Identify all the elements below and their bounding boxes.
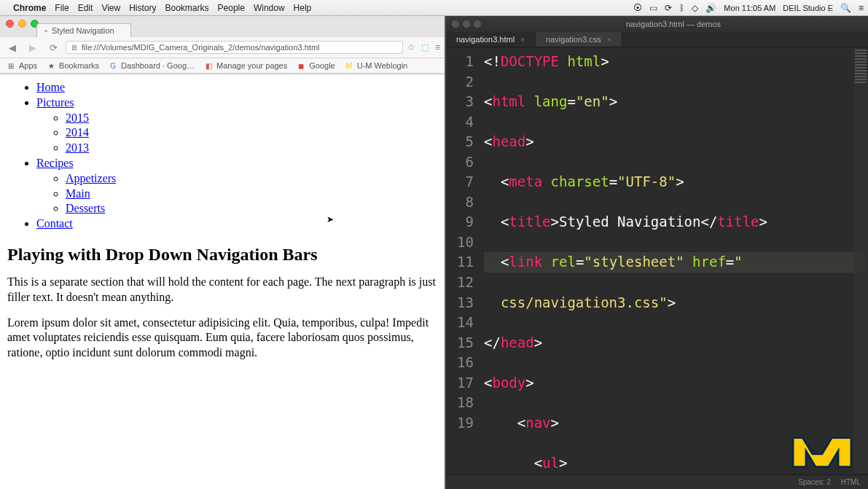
menu-history[interactable]: History [129,3,156,13]
browser-tab[interactable]: ▫ Styled Navigation [36,23,131,37]
editor-statusbar: Spaces: 2 HTML [446,474,868,489]
apps-button[interactable]: ⊞Apps [6,60,37,71]
menu-extra-icon[interactable]: ≡ [859,3,864,13]
tab-favicon: ▫ [44,26,47,35]
extension-icon[interactable]: ⬚ [421,42,429,52]
nav-link-recipes[interactable]: Recipes [36,157,74,169]
back-button[interactable]: ◀ [4,40,20,55]
code-line[interactable]: <link rel="stylesheet" href=" [484,252,865,273]
menu-edit[interactable]: Edit [78,3,93,13]
bookmark-item[interactable]: ★Bookmarks [46,60,99,71]
page-paragraph: Lorem ipsum dolor sit amet, consectetur … [7,316,437,361]
nav-link-contact[interactable]: Contact [36,217,73,230]
nav-sublink[interactable]: 2015 [66,112,89,124]
code-line[interactable]: <title>Styled Navigation</title> [484,212,865,232]
browser-window: ▫ Styled Navigation ◀ ▶ ⟳ 🗎 file:///Volu… [0,16,446,489]
editor-window-title: navigation3.html — demos [485,20,862,28]
bookmark-item[interactable]: GDashboard · Goog… [108,60,195,71]
cursor-icon: ➤ [327,214,334,225]
editor-zoom-button[interactable] [474,20,481,28]
page-heading: Playing with Drop Down Navigation Bars [7,245,437,265]
code-content[interactable]: <!DOCTYPE html> <html lang="en"> <head> … [481,47,868,474]
address-bar[interactable]: 🗎 file:///Volumes/MDIG_Camera_Originals_… [66,41,403,54]
page-icon: 🗎 [71,43,79,52]
reload-button[interactable]: ⟳ [45,40,61,55]
code-line[interactable]: <body> [484,373,865,394]
page-paragraph: This is a separate section that will hol… [7,275,437,305]
close-icon[interactable]: × [607,36,611,44]
star-icon[interactable]: ☆ [407,42,415,52]
line-gutter: 12345678910111213141516171819 [446,47,481,474]
nav-sublink[interactable]: Desserts [66,202,105,214]
editor-tab[interactable]: navigation3.html × [446,32,536,47]
hamburger-icon[interactable]: ≡ [435,42,440,52]
minimap[interactable] [853,48,868,473]
nav-link-home[interactable]: Home [36,81,65,93]
nav-sublink[interactable]: 2014 [66,126,89,138]
location-icon[interactable]: ⦿ [633,3,642,13]
menu-app-name[interactable]: Chrome [13,3,46,13]
code-line[interactable]: <!DOCTYPE html> [484,52,865,72]
bookmark-item[interactable]: ◧Manage your pages [203,60,287,71]
menu-people[interactable]: People [218,3,245,13]
code-line[interactable]: <meta charset="UTF-8"> [484,172,865,192]
status-spaces[interactable]: Spaces: 2 [798,478,830,486]
close-window-button[interactable] [6,20,14,28]
wifi-icon[interactable]: ◇ [692,3,698,13]
url-text: file:///Volumes/MDIG_Camera_Originals_2/… [82,43,319,52]
code-line[interactable]: css/navigation3.css"> [484,293,865,313]
bookmark-item[interactable]: MU-M Weblogin [344,60,408,71]
display-icon[interactable]: ▭ [649,3,657,13]
nav-sublink[interactable]: 2013 [66,141,89,154]
michigan-logo [789,425,855,470]
editor-tab[interactable]: navigation3.css × [536,32,622,47]
editor-close-button[interactable] [452,20,459,28]
nav-link-pictures[interactable]: Pictures [36,96,74,109]
bookmark-item[interactable]: ◼Google [296,60,335,71]
status-lang[interactable]: HTML [841,478,861,486]
minimize-window-button[interactable] [18,20,26,28]
sync-icon[interactable]: ⟳ [665,3,672,13]
nav-sublink[interactable]: Main [66,187,90,200]
page-content: Home Pictures 2015 2014 2013 Recipes App… [0,74,445,489]
editor-window: navigation3.html — demos navigation3.htm… [446,16,868,489]
close-icon[interactable]: × [520,36,525,44]
menu-help[interactable]: Help [294,3,312,13]
volume-icon[interactable]: 🔊 [705,3,716,13]
code-line[interactable]: <html lang="en"> [484,92,865,112]
mac-menubar: Chrome File Edit View History Bookmarks … [0,0,868,16]
menu-window[interactable]: Window [254,3,285,13]
code-line[interactable]: <head> [484,132,865,152]
forward-button[interactable]: ▶ [25,40,41,55]
editor-minimize-button[interactable] [463,20,470,28]
code-line[interactable]: </head> [484,333,865,353]
menu-file[interactable]: File [55,3,69,13]
nav-sublink[interactable]: Appetizers [66,172,116,184]
tab-title: Styled Navigation [52,26,114,35]
menubar-time[interactable]: Mon 11:05 AM [724,4,775,12]
bookmarks-bar: ⊞Apps ★Bookmarks GDashboard · Goog… ◧Man… [0,58,445,74]
menubar-user[interactable]: DEIL Studio E [783,4,833,12]
editor-tabstrip: navigation3.html × navigation3.css × [446,32,868,47]
menu-view[interactable]: View [101,3,120,13]
nav-list: Home Pictures 2015 2014 2013 Recipes App… [7,80,437,232]
bluetooth-icon[interactable]: ᛒ [679,3,684,13]
spotlight-icon[interactable]: 🔍 [840,3,851,13]
code-editor[interactable]: 12345678910111213141516171819 <!DOCTYPE … [446,47,868,474]
menu-bookmarks[interactable]: Bookmarks [165,3,209,13]
